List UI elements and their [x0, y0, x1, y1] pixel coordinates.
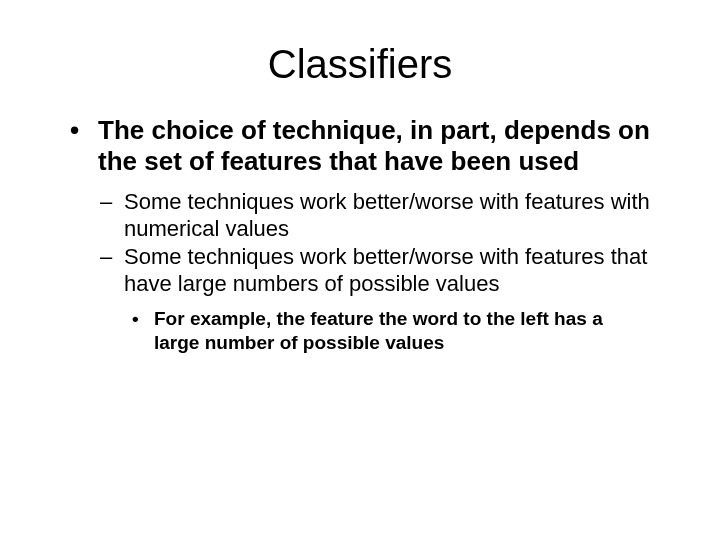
- slide-body: • The choice of technique, in part, depe…: [0, 115, 720, 354]
- bullet-level-1: • The choice of technique, in part, depe…: [70, 115, 650, 177]
- bullet-level-2: – Some techniques work better/worse with…: [100, 189, 650, 242]
- bullet-level-2: – Some techniques work better/worse with…: [100, 244, 650, 297]
- example-prefix: For example, the feature: [154, 308, 379, 329]
- bullet-dash-icon: –: [100, 189, 124, 242]
- bullet-dot-icon: •: [70, 115, 98, 177]
- bullet-dash-icon: –: [100, 244, 124, 297]
- slide-title: Classifiers: [0, 42, 720, 87]
- bullet-level-3: • For example, the feature the word to t…: [132, 307, 650, 355]
- bullet-text: For example, the feature the word to the…: [154, 307, 650, 355]
- bullet-text: Some techniques work better/worse with f…: [124, 189, 650, 242]
- bullet-text: Some techniques work better/worse with f…: [124, 244, 650, 297]
- slide: Classifiers • The choice of technique, i…: [0, 42, 720, 540]
- bullet-text: The choice of technique, in part, depend…: [98, 115, 650, 177]
- example-feature-name: the word to the left: [379, 308, 549, 329]
- bullet-dot-icon: •: [132, 307, 154, 355]
